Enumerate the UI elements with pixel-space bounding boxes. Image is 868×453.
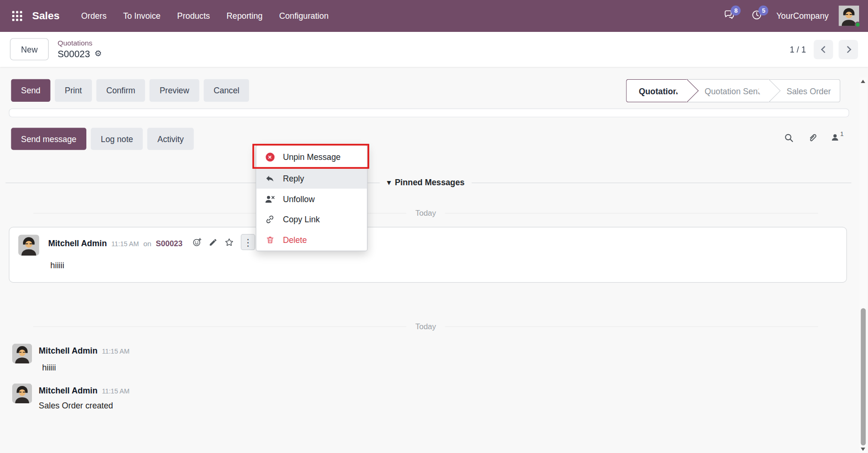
preview-button[interactable]: Preview bbox=[150, 79, 199, 102]
activity-button[interactable]: Activity bbox=[147, 128, 194, 150]
print-button[interactable]: Print bbox=[55, 79, 92, 102]
scroll-down-icon[interactable] bbox=[861, 447, 865, 451]
breadcrumb-quotations[interactable]: Quotations bbox=[58, 39, 102, 48]
day-divider-thread: Today bbox=[33, 321, 818, 332]
messages-badge: 8 bbox=[731, 5, 741, 15]
pinned-messages-header: Pinned Messages bbox=[0, 176, 852, 189]
message-on-label: on bbox=[143, 240, 151, 248]
menu-item-label: Copy Link bbox=[283, 215, 320, 224]
message-header: Mitchell Admin 11:15 AM bbox=[39, 385, 129, 395]
message-time: 11:15 AM bbox=[102, 387, 129, 395]
pager: 1 / 1 bbox=[790, 39, 858, 59]
activities-badge: 5 bbox=[759, 5, 769, 15]
reply-icon bbox=[265, 174, 275, 183]
menu-products[interactable]: Products bbox=[170, 7, 217, 25]
message-context-menu: Unpin Message Reply Unfo bbox=[256, 145, 367, 251]
odoo-sales-window: Sales Orders To Invoice Products Reporti… bbox=[0, 0, 868, 453]
trash-icon bbox=[265, 235, 275, 244]
followers-count: 1 bbox=[840, 130, 844, 140]
top-navbar: Sales Orders To Invoice Products Reporti… bbox=[0, 0, 868, 31]
emoji-add-icon bbox=[192, 237, 202, 247]
activities-button[interactable]: 5 bbox=[746, 6, 769, 25]
pinned-messages-toggle[interactable]: Pinned Messages bbox=[380, 176, 472, 189]
pinned-message-card: Mitchell Admin 11:15 AM on S00023 bbox=[9, 227, 847, 283]
confirm-button[interactable]: Confirm bbox=[96, 79, 145, 102]
message-header: Mitchell Admin 11:15 AM on S00023 bbox=[48, 238, 183, 248]
statusbar: Quotation Quotation Sent Sales Order bbox=[626, 79, 840, 103]
form-action-buttons: Send Print Confirm Preview Cancel bbox=[11, 79, 250, 102]
message-time: 11:15 AM bbox=[102, 347, 129, 355]
chatter-tools: 1 bbox=[784, 133, 844, 143]
menu-item-delete[interactable]: Delete bbox=[256, 230, 367, 250]
control-panel: New Quotations S00023 1 / 1 bbox=[0, 31, 868, 67]
pager-next-button[interactable] bbox=[838, 39, 858, 59]
messages-button[interactable]: 8 bbox=[718, 6, 741, 25]
message-record-link[interactable]: S00023 bbox=[156, 239, 183, 248]
message-body: hiiiii bbox=[42, 363, 56, 372]
record-name: S00023 bbox=[58, 48, 90, 60]
pager-previous-button[interactable] bbox=[814, 39, 833, 59]
message-time: 11:15 AM bbox=[111, 240, 139, 248]
scrollbar-thumb[interactable] bbox=[861, 308, 866, 445]
menu-item-copy-link[interactable]: Copy Link bbox=[256, 209, 367, 230]
form-view: Send Print Confirm Preview Cancel Quotat… bbox=[0, 67, 868, 453]
link-icon bbox=[265, 215, 275, 224]
message-avatar bbox=[12, 384, 32, 403]
followers-button[interactable]: 1 bbox=[830, 133, 844, 142]
message-actions bbox=[192, 234, 255, 250]
apps-menu-icon[interactable] bbox=[9, 8, 25, 24]
stage-quotation[interactable]: Quotation bbox=[626, 79, 687, 103]
attachments-button[interactable] bbox=[807, 133, 817, 143]
edit-pencil-icon bbox=[209, 238, 218, 247]
message-body: hiiiii bbox=[50, 261, 64, 270]
edit-message-button[interactable] bbox=[209, 238, 218, 247]
unpin-icon bbox=[265, 152, 275, 161]
breadcrumb: Quotations S00023 bbox=[58, 39, 102, 60]
main-menus: Orders To Invoice Products Reporting Con… bbox=[74, 7, 336, 25]
message-avatar bbox=[12, 344, 32, 363]
app-brand[interactable]: Sales bbox=[32, 10, 60, 22]
followers-icon bbox=[830, 133, 840, 142]
chevron-left-icon bbox=[821, 45, 828, 53]
form-sheet-edge bbox=[9, 108, 849, 117]
online-status-dot bbox=[855, 22, 861, 28]
menu-item-unfollow[interactable]: Unfollow bbox=[256, 189, 367, 209]
menu-item-unpin-message[interactable]: Unpin Message bbox=[256, 145, 367, 168]
cancel-button[interactable]: Cancel bbox=[204, 79, 250, 102]
message-avatar bbox=[18, 234, 39, 256]
menu-item-label: Reply bbox=[283, 174, 304, 183]
pager-counter: 1 / 1 bbox=[790, 45, 806, 54]
send-message-button[interactable]: Send message bbox=[11, 128, 87, 150]
star-message-button[interactable] bbox=[224, 237, 234, 247]
message-author: Mitchell Admin bbox=[48, 238, 107, 248]
message-author: Mitchell Admin bbox=[39, 385, 98, 395]
menu-item-label: Unpin Message bbox=[283, 152, 341, 161]
star-icon bbox=[224, 237, 234, 247]
menu-orders[interactable]: Orders bbox=[74, 7, 114, 25]
message-header: Mitchell Admin 11:15 AM bbox=[39, 346, 129, 355]
chevron-right-icon bbox=[844, 45, 851, 53]
message-author: Mitchell Admin bbox=[39, 346, 98, 355]
vertical-scrollbar[interactable] bbox=[860, 77, 867, 453]
menu-to-invoice[interactable]: To Invoice bbox=[116, 7, 168, 25]
paperclip-icon bbox=[807, 133, 817, 143]
gear-icon[interactable] bbox=[94, 49, 102, 59]
menu-item-reply[interactable]: Reply bbox=[256, 168, 367, 189]
new-button[interactable]: New bbox=[10, 38, 49, 60]
day-divider-pinned: Today bbox=[33, 207, 818, 219]
menu-configuration[interactable]: Configuration bbox=[272, 7, 336, 25]
company-switcher[interactable]: YourCompany bbox=[777, 11, 829, 21]
menu-item-label: Unfollow bbox=[283, 194, 315, 204]
send-button[interactable]: Send bbox=[11, 79, 51, 102]
user-avatar[interactable] bbox=[838, 6, 859, 26]
stage-quotation-sent[interactable]: Quotation Sent bbox=[687, 79, 769, 103]
log-note-button[interactable]: Log note bbox=[91, 128, 143, 150]
add-reaction-button[interactable] bbox=[192, 237, 202, 247]
search-icon bbox=[784, 133, 793, 143]
menu-reporting[interactable]: Reporting bbox=[219, 7, 269, 25]
search-messages-button[interactable] bbox=[784, 133, 793, 143]
kebab-menu-button[interactable] bbox=[241, 234, 255, 250]
menu-item-label: Delete bbox=[283, 235, 307, 244]
navbar-systray: 8 5 YourCompany bbox=[718, 6, 859, 26]
scroll-up-icon[interactable] bbox=[861, 80, 865, 83]
